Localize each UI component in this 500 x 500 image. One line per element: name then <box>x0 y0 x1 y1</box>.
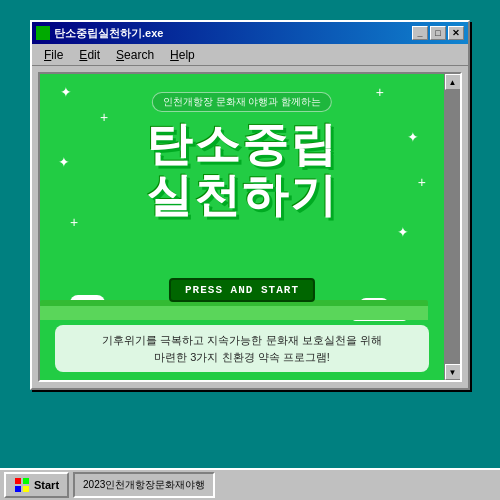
window-title: 탄소중립실천하기.exe <box>54 26 163 41</box>
press-start-button[interactable]: PRESS AND START <box>169 278 315 302</box>
green-inner: ✦ + ✦ + ✦ + + ✦ 인천개항장 문화재 야행과 함께하는 탄소중립 … <box>40 74 444 380</box>
taskbar: Start 2023인천개항장문화재야행 <box>0 468 500 500</box>
svg-rect-8 <box>15 486 21 492</box>
star-decoration-4: + <box>376 84 384 100</box>
app-icon <box>36 26 50 40</box>
hero-subtitle: 인천개항장 문화재 야행과 함께하는 <box>152 92 332 112</box>
scroll-up-button[interactable]: ▲ <box>445 74 461 90</box>
hero-description: 기후위기를 극복하고 지속가능한 문화재 보호실천을 위해 마련한 3가지 친환… <box>55 325 429 372</box>
minimize-button[interactable]: _ <box>412 26 428 40</box>
scrollbar[interactable]: ▲ ▼ <box>444 74 460 380</box>
svg-rect-7 <box>23 478 29 484</box>
title-bar-controls: _ □ ✕ <box>412 26 464 40</box>
menu-help[interactable]: Help <box>162 46 203 64</box>
desc-line1: 기후위기를 극복하고 지속가능한 문화재 보호실천을 위해 <box>102 334 381 346</box>
title-bar: 탄소중립실천하기.exe _ □ ✕ <box>32 22 468 44</box>
hero-title-line1: 탄소중립 <box>40 119 444 170</box>
title-bar-text: 탄소중립실천하기.exe <box>36 26 163 41</box>
star-decoration-1: ✦ <box>60 84 72 100</box>
content-area: ▲ ▼ ✦ + ✦ + ✦ + + ✦ 인천개항장 문화재 야행과 함께하 <box>32 66 468 388</box>
menu-file[interactable]: File <box>36 46 71 64</box>
close-button[interactable]: ✕ <box>448 26 464 40</box>
svg-rect-9 <box>23 486 29 492</box>
window: 탄소중립실천하기.exe _ □ ✕ File Edit Search Help… <box>30 20 470 390</box>
menu-bar: File Edit Search Help <box>32 44 468 66</box>
hero-main-title: 탄소중립 실천하기 <box>40 119 444 220</box>
menu-edit[interactable]: Edit <box>71 46 108 64</box>
menu-search[interactable]: Search <box>108 46 162 64</box>
desktop: 탄소중립실천하기.exe _ □ ✕ File Edit Search Help… <box>0 0 500 500</box>
svg-rect-6 <box>15 478 21 484</box>
star-decoration-8: ✦ <box>397 224 409 240</box>
start-label: Start <box>34 479 59 491</box>
scroll-track[interactable] <box>445 90 460 364</box>
start-button[interactable]: Start <box>4 472 69 498</box>
start-windows-icon <box>14 477 30 493</box>
green-area: ▲ ▼ ✦ + ✦ + ✦ + + ✦ 인천개항장 문화재 야행과 함께하 <box>38 72 462 382</box>
taskbar-active-window[interactable]: 2023인천개항장문화재야행 <box>73 472 215 498</box>
desc-line2: 마련한 3가지 친환경 약속 프로그램! <box>154 351 329 363</box>
maximize-button[interactable]: □ <box>430 26 446 40</box>
ground <box>40 306 428 320</box>
hero-title-line2: 실천하기 <box>40 170 444 221</box>
scroll-down-button[interactable]: ▼ <box>445 364 461 380</box>
